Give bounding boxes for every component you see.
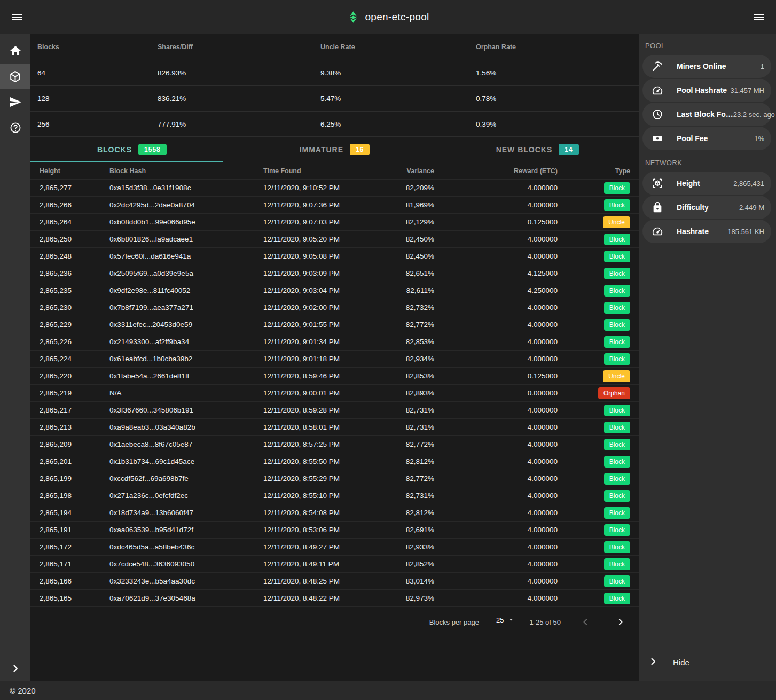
- cell-block-hash: 0x61eabfcd...1b0cba39b2: [109, 355, 263, 363]
- cell-block-hash: 0x57fec60f...da616e941a: [109, 252, 263, 260]
- cell-time-found: 12/11/2020, 8:53:06 PM: [263, 526, 405, 534]
- stat-label: Difficulty: [677, 203, 709, 212]
- cell-variance: 82,691%: [405, 526, 434, 534]
- cell-reward: 4.125000: [434, 269, 558, 277]
- cell-height: 2,865,224: [30, 355, 109, 363]
- cell-block-hash: 0x1fabe54a...2661de81ff: [109, 372, 263, 380]
- stat-cell-orphan-rate: 1.56%: [476, 69, 639, 77]
- cell-height: 2,865,213: [30, 423, 109, 431]
- type-badge: Block: [604, 182, 630, 194]
- cell-variance: 82,853%: [405, 338, 434, 346]
- clock-icon: [652, 108, 663, 120]
- cell-height: 2,865,198: [30, 492, 109, 500]
- cell-height: 2,865,194: [30, 509, 109, 517]
- cell-type: Block: [558, 268, 639, 279]
- cell-variance: 81,969%: [405, 201, 434, 209]
- stat-cell-uncle-rate: 6.25%: [320, 120, 476, 128]
- type-badge: Block: [604, 302, 630, 314]
- cell-type: Block: [558, 353, 639, 365]
- cell-variance: 82,611%: [405, 286, 434, 294]
- cell-time-found: 12/11/2020, 9:05:20 PM: [263, 235, 405, 243]
- table-row: 2,865,250 0x6b801826...fa9adcaee1 12/11/…: [30, 231, 639, 248]
- left-sidebar: [0, 34, 30, 681]
- menu-icon[interactable]: [4, 4, 30, 30]
- cell-block-hash: 0x3233243e...b5a4aa30dc: [109, 577, 263, 585]
- cell-variance: 82,933%: [405, 543, 434, 551]
- cell-reward: 4.000000: [434, 543, 558, 551]
- per-page-select[interactable]: 25: [493, 616, 515, 628]
- tab-new-blocks[interactable]: NEW BLOCKS 14: [436, 137, 639, 162]
- tab-label: NEW BLOCKS: [496, 145, 553, 154]
- cell-variance: 82,893%: [405, 389, 434, 397]
- cell-time-found: 12/11/2020, 9:00:01 PM: [263, 389, 405, 397]
- sidebar-item-home[interactable]: [0, 38, 30, 64]
- cell-variance: 82,450%: [405, 235, 434, 243]
- stat-cell-blocks: 256: [30, 120, 158, 128]
- sidebar-item-payments[interactable]: [0, 89, 30, 115]
- column-header: Reward (ETC): [434, 167, 558, 175]
- cell-reward: 4.000000: [434, 355, 558, 363]
- cell-time-found: 12/11/2020, 8:49:11 PM: [263, 560, 405, 568]
- tabs: BLOCKS 1558 IMMATURE 16 NEW BLOCKS 14: [30, 137, 639, 162]
- cell-time-found: 12/11/2020, 9:03:04 PM: [263, 286, 405, 294]
- cell-reward: 4.000000: [434, 184, 558, 192]
- cell-height: 2,865,166: [30, 577, 109, 585]
- column-header: Uncle Rate: [320, 43, 476, 51]
- table-row: 2,865,194 0x18d734a9...13b6060f47 12/11/…: [30, 504, 639, 522]
- prev-page-button[interactable]: [575, 611, 596, 633]
- sidebar-expand-button[interactable]: [0, 656, 30, 681]
- cell-reward: 4.000000: [434, 594, 558, 602]
- cell-time-found: 12/11/2020, 8:59:28 PM: [263, 406, 405, 414]
- stat-value: 2.449 M: [739, 204, 764, 212]
- chevron-left-icon: [581, 617, 590, 627]
- tab-immature[interactable]: IMMATURE 16: [233, 137, 436, 162]
- cell-time-found: 12/11/2020, 8:58:01 PM: [263, 423, 405, 431]
- type-badge: Block: [604, 575, 630, 587]
- next-page-button[interactable]: [610, 611, 631, 633]
- cell-time-found: 12/11/2020, 9:01:34 PM: [263, 338, 405, 346]
- cell-time-found: 12/11/2020, 8:55:50 PM: [263, 457, 405, 465]
- cell-block-hash: 0x3311efec...20453d0e59: [109, 321, 263, 329]
- stats-table-body: 64 826.93% 9.38% 1.56% 128 836.21% 5.47%…: [30, 60, 639, 137]
- page-title: open-etc-pool: [365, 11, 429, 23]
- cell-type: Block: [558, 285, 639, 297]
- cell-height: 2,865,209: [30, 440, 109, 448]
- right-menu-icon[interactable]: [746, 4, 772, 30]
- cell-time-found: 12/11/2020, 9:07:36 PM: [263, 201, 405, 209]
- cell-reward: 4.000000: [434, 321, 558, 329]
- send-icon: [9, 96, 22, 108]
- table-row: 2,865,229 0x3311efec...20453d0e59 12/11/…: [30, 316, 639, 333]
- cell-time-found: 12/11/2020, 9:02:00 PM: [263, 304, 405, 312]
- table-row: 2,865,217 0x3f367660...345806b191 12/11/…: [30, 402, 639, 419]
- tab-blocks[interactable]: BLOCKS 1558: [30, 137, 233, 162]
- stat-cell-shares-diff: 826.93%: [158, 69, 320, 77]
- cell-variance: 82,812%: [405, 509, 434, 517]
- cell-type: Block: [558, 575, 639, 587]
- type-badge: Block: [604, 456, 630, 468]
- cell-height: 2,865,171: [30, 560, 109, 568]
- column-header: Variance: [405, 167, 434, 175]
- stat-label: Height: [677, 179, 700, 188]
- chevron-right-icon: [10, 663, 21, 674]
- cell-reward: 0.125000: [434, 372, 558, 380]
- column-header: Blocks: [30, 43, 158, 51]
- network-stat-hashrate: Hashrate 185.561 KH: [642, 220, 771, 243]
- cell-reward: 4.000000: [434, 475, 558, 483]
- hide-panel-button[interactable]: Hide: [639, 649, 776, 675]
- pool-stat-fee: Pool Fee 1%: [642, 127, 771, 150]
- tab-count-badge: 14: [559, 144, 578, 155]
- cell-type: Block: [558, 524, 639, 536]
- column-header: Orphan Rate: [476, 43, 639, 51]
- type-badge: Block: [604, 593, 630, 604]
- sidebar-item-blocks[interactable]: [0, 64, 30, 89]
- gauge-icon: [652, 225, 663, 237]
- cell-block-hash: 0x6b801826...fa9adcaee1: [109, 235, 263, 243]
- cell-variance: 82,731%: [405, 423, 434, 431]
- table-row: 2,865,201 0x1b31b734...69c1d45ace 12/11/…: [30, 453, 639, 470]
- cell-height: 2,865,248: [30, 252, 109, 260]
- per-page-value: 25: [496, 616, 504, 624]
- cell-block-hash: N/A: [109, 389, 263, 397]
- stat-value: 2,865,431: [733, 180, 764, 188]
- sidebar-item-help[interactable]: [0, 115, 30, 141]
- cell-height: 2,865,201: [30, 457, 109, 465]
